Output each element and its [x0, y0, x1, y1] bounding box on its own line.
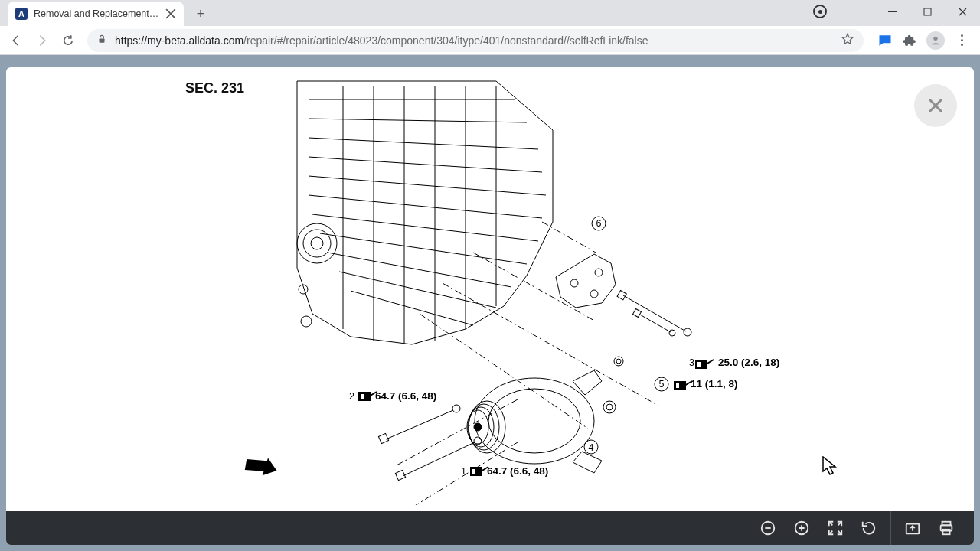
svg-point-24 [606, 404, 612, 410]
svg-point-23 [603, 401, 616, 413]
svg-rect-38 [361, 394, 364, 399]
back-button[interactable] [5, 29, 28, 52]
svg-rect-39 [674, 381, 686, 390]
callout-2-num: 2 [349, 391, 354, 402]
browser-tab-strip: A Removal and Replacement (Alte + [0, 0, 980, 26]
url-text: https://my-beta.alldata.com/repair/#/rep… [115, 34, 648, 47]
svg-rect-40 [676, 383, 679, 388]
svg-rect-1 [100, 38, 105, 42]
page-background: SEC. 231 [0, 61, 980, 551]
rotate-button[interactable] [852, 511, 886, 545]
svg-point-15 [669, 330, 675, 336]
window-close-button[interactable] [945, 0, 980, 23]
svg-point-28 [452, 405, 460, 412]
window-maximize-button[interactable] [910, 0, 945, 23]
browser-tab[interactable]: A Removal and Replacement (Alte [8, 2, 184, 26]
open-new-window-button[interactable] [896, 511, 929, 545]
address-bar[interactable]: https://my-beta.alldata.com/repair/#/rep… [87, 29, 864, 52]
print-button[interactable] [929, 511, 963, 545]
svg-point-31 [614, 357, 623, 366]
kebab-menu-icon[interactable] [954, 33, 969, 48]
mouse-cursor-icon [822, 456, 839, 476]
callout-1-torque: 64.7 (6.6, 48) [487, 465, 548, 477]
callout-6-num: 6 [596, 218, 602, 229]
callout-4-num: 4 [589, 442, 594, 453]
lock-icon [96, 34, 107, 47]
svg-point-5 [311, 237, 323, 249]
browser-toolbar: https://my-beta.alldata.com/repair/#/rep… [0, 26, 980, 55]
user-avatar-button[interactable] [926, 31, 945, 50]
tab-favicon: A [15, 8, 28, 20]
callout-3-num: 3 [689, 357, 694, 368]
svg-point-9 [595, 269, 603, 276]
zoom-out-button[interactable] [751, 511, 785, 545]
bookmark-star-icon[interactable] [841, 32, 854, 49]
svg-point-2 [933, 36, 937, 40]
svg-point-17 [488, 389, 580, 453]
callout-3-torque: 25.0 (2.6, 18) [718, 357, 779, 368]
svg-rect-33 [695, 360, 707, 369]
profile-switcher-icon[interactable] [813, 5, 827, 18]
svg-rect-12 [617, 291, 626, 300]
callout-2-torque: 64.7 (6.6, 48) [375, 390, 436, 402]
svg-rect-36 [472, 469, 475, 474]
svg-rect-37 [358, 392, 371, 401]
svg-point-22 [474, 423, 482, 431]
image-viewer: SEC. 231 [6, 67, 974, 545]
svg-point-13 [684, 328, 691, 336]
close-viewer-button[interactable] [914, 84, 957, 127]
callout-5-torque: 11 (1.1, 8) [691, 378, 738, 390]
svg-point-4 [303, 230, 331, 257]
svg-rect-34 [697, 362, 701, 367]
forward-button[interactable] [31, 29, 54, 52]
fit-screen-button[interactable] [818, 511, 852, 545]
tab-title: Removal and Replacement (Alte [34, 8, 159, 19]
svg-point-6 [301, 316, 312, 327]
svg-point-32 [616, 359, 621, 364]
zoom-in-button[interactable] [785, 511, 818, 545]
svg-rect-35 [470, 467, 482, 476]
new-tab-button[interactable]: + [190, 3, 211, 24]
svg-rect-14 [633, 309, 642, 318]
exploded-diagram[interactable]: 6 3 25.0 (2.6, 18) 5 11 (1.1, 8) 4 2 64.… [236, 77, 787, 505]
reload-button[interactable] [57, 29, 80, 52]
svg-point-10 [590, 290, 598, 298]
svg-point-8 [570, 279, 578, 287]
viewer-bottom-toolbar [6, 511, 974, 545]
callout-5-num: 5 [659, 379, 665, 390]
extensions-puzzle-icon[interactable] [902, 33, 917, 48]
callout-1-num: 1 [461, 466, 466, 477]
window-minimize-button[interactable] [874, 0, 910, 23]
extension-chat-icon[interactable] [877, 33, 893, 48]
tab-close-icon[interactable] [165, 8, 176, 19]
svg-rect-0 [924, 8, 931, 15]
